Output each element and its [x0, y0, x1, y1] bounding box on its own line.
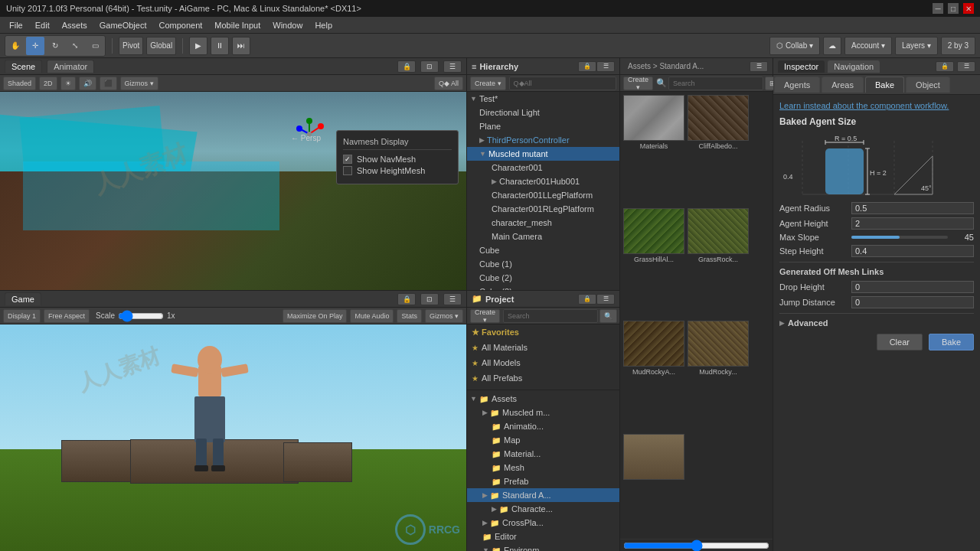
game-tab[interactable]: Game: [5, 292, 41, 305]
project-character[interactable]: ▶📁Characte...: [467, 502, 619, 516]
advanced-header[interactable]: ▶ Advanced: [779, 318, 974, 328]
asset-item-bottom[interactable]: [623, 434, 684, 536]
scene-effect-button[interactable]: ⬛: [100, 77, 117, 90]
hierarchy-item-maincam[interactable]: Main Camera: [467, 230, 619, 243]
scale-tool[interactable]: ⤡: [66, 37, 84, 55]
hierarchy-menu[interactable]: ☰: [596, 61, 615, 72]
layout-button[interactable]: 2 by 3: [941, 37, 975, 55]
menu-file[interactable]: File: [3, 19, 29, 31]
hierarchy-item-cube1[interactable]: Cube (1): [467, 257, 619, 271]
pause-button[interactable]: ⏸: [211, 37, 229, 55]
max-slope-slider[interactable]: [851, 236, 948, 239]
rotate-tool[interactable]: ↻: [46, 37, 64, 55]
minimize-button[interactable]: ─: [933, 3, 943, 14]
asset-size-slider[interactable]: [623, 542, 769, 549]
hierarchy-item-cube3[interactable]: Cube (3): [467, 285, 619, 290]
project-create[interactable]: Create ▾: [470, 309, 500, 323]
animator-tab[interactable]: Animator: [47, 60, 94, 73]
bake-button[interactable]: Bake: [929, 334, 974, 350]
game-menu-button[interactable]: ☰: [443, 293, 462, 305]
project-standard-a[interactable]: ▶📁Standard A...: [467, 488, 619, 502]
menu-window[interactable]: Window: [266, 19, 309, 31]
pivot-button[interactable]: Pivot: [119, 37, 143, 55]
asset-item-grassrock[interactable]: GrassRock...: [688, 208, 749, 318]
hierarchy-item-char001hub[interactable]: ▶Character001Hub001: [467, 174, 619, 188]
hierarchy-create[interactable]: Create ▾: [470, 77, 506, 90]
scene-menu-button[interactable]: ☰: [443, 60, 462, 73]
project-environ[interactable]: ▼📁Environm...: [467, 543, 619, 551]
favorites-all-models[interactable]: ★All Models: [467, 355, 619, 370]
hierarchy-item-thirdperson[interactable]: ▶ThirdPersonController: [467, 133, 619, 147]
navigation-tab[interactable]: Navigation: [828, 60, 880, 73]
menu-edit[interactable]: Edit: [29, 19, 56, 31]
stats-button[interactable]: Stats: [397, 309, 422, 323]
hierarchy-item-char001lleg[interactable]: Character001LLegPlatform: [467, 188, 619, 202]
move-tool[interactable]: ✛: [26, 37, 44, 55]
display-dropdown[interactable]: Display 1: [3, 309, 41, 323]
inspector-tab[interactable]: Inspector: [778, 60, 825, 73]
show-navmesh-checkbox[interactable]: ✓: [343, 155, 352, 164]
clear-button[interactable]: Clear: [877, 334, 923, 350]
hierarchy-item-charmesh[interactable]: character_mesh: [467, 216, 619, 230]
favorites-all-materials[interactable]: ★All Materials: [467, 340, 619, 355]
hierarchy-item-char001rleg[interactable]: Character001RLegPlatform: [467, 202, 619, 216]
project-filter-btn[interactable]: ⊞: [619, 309, 619, 323]
asset-item-mudrockya[interactable]: MudRockyA...: [623, 321, 684, 431]
close-button[interactable]: ✕: [963, 3, 974, 14]
show-heightmesh-row[interactable]: Show HeightMesh: [343, 166, 452, 175]
game-lock-button[interactable]: 🔒: [397, 293, 416, 305]
agent-height-input[interactable]: [851, 217, 974, 230]
hierarchy-item-plane[interactable]: Plane: [467, 119, 619, 133]
game-gizmos-button[interactable]: Gizmos ▾: [425, 309, 463, 323]
favorites-all-prefabs[interactable]: ★All Prefabs: [467, 370, 619, 386]
global-button[interactable]: Global: [146, 37, 176, 55]
menu-mobile-input[interactable]: Mobile Input: [208, 19, 266, 31]
cloud-button[interactable]: ☁: [823, 37, 841, 55]
scene-canvas[interactable]: ← Persp Navmesh Display ✓ Show NavMesh S…: [0, 92, 466, 290]
aspect-dropdown[interactable]: Free Aspect: [44, 309, 90, 323]
scene-lock-button[interactable]: 🔒: [397, 60, 416, 73]
step-button[interactable]: ⏭: [232, 37, 250, 55]
project-prefab[interactable]: 📁Prefab: [467, 474, 619, 488]
asset-item-cliff[interactable]: CliffAlbedo...: [688, 95, 749, 205]
nav-tab-bake[interactable]: Bake: [865, 77, 904, 93]
maximize-button[interactable]: □: [948, 3, 959, 14]
project-search-btn[interactable]: 🔍: [599, 309, 617, 323]
layers-button[interactable]: Layers ▾: [895, 37, 938, 55]
show-heightmesh-checkbox[interactable]: [343, 166, 352, 175]
scene-search-button[interactable]: Q◆All: [434, 77, 463, 90]
project-crosspla[interactable]: ▶📁CrossPla...: [467, 516, 619, 530]
project-editor[interactable]: 📁Editor: [467, 530, 619, 543]
hierarchy-item-cube2[interactable]: Cube (2): [467, 271, 619, 285]
project-mesh[interactable]: 📁Mesh: [467, 461, 619, 474]
hand-tool[interactable]: ✋: [6, 37, 24, 55]
2d-button[interactable]: 2D: [39, 77, 57, 90]
project-animatio[interactable]: 📁Animatio...: [467, 419, 619, 433]
project-map[interactable]: 📁Map: [467, 433, 619, 447]
scene-audio-button[interactable]: 🔊: [79, 77, 96, 90]
scale-slider[interactable]: [118, 311, 164, 321]
menu-component[interactable]: Component: [152, 19, 208, 31]
project-lock[interactable]: 🔒: [578, 294, 596, 305]
menu-assets[interactable]: Assets: [56, 19, 93, 31]
inspector-menu[interactable]: ☰: [957, 61, 975, 72]
agent-radius-input[interactable]: [851, 202, 974, 214]
hierarchy-search[interactable]: [509, 77, 616, 90]
play-button[interactable]: ▶: [189, 37, 207, 55]
asset-item-materials[interactable]: Materials: [623, 95, 684, 205]
asset-item-grasshill[interactable]: GrassHillAl...: [623, 208, 684, 318]
hierarchy-item-char001[interactable]: Character001: [467, 161, 619, 174]
menu-gameobject[interactable]: GameObject: [93, 19, 153, 31]
hierarchy-item-dirlight[interactable]: Directional Light: [467, 106, 619, 119]
project-menu[interactable]: ☰: [596, 294, 615, 305]
project-search[interactable]: [503, 309, 598, 323]
maximize-on-play-button[interactable]: Maximize On Play: [283, 309, 348, 323]
inspector-lock[interactable]: 🔒: [936, 61, 954, 72]
hierarchy-item-muscled[interactable]: ▼Muscled mutant: [467, 147, 619, 161]
learn-link[interactable]: Learn instead about the component workfl…: [779, 101, 974, 110]
shading-dropdown[interactable]: Shaded: [3, 77, 36, 90]
mute-audio-button[interactable]: Mute Audio: [350, 309, 394, 323]
scene-light-button[interactable]: ☀: [60, 77, 76, 90]
nav-tab-object[interactable]: Object: [906, 77, 950, 93]
hierarchy-item-test[interactable]: ▼Test*: [467, 92, 619, 106]
